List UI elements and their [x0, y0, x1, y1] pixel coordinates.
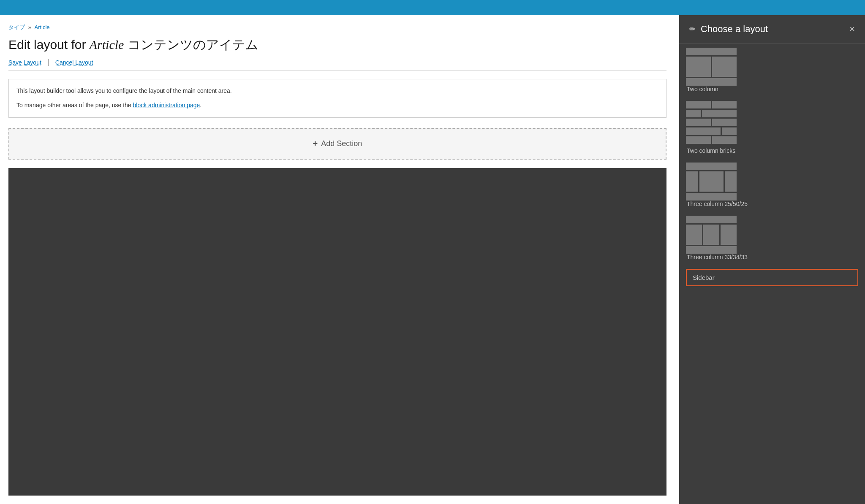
icon-col-right: [712, 57, 737, 77]
main-content-area: タイプ » Article Edit layout for Article コン…: [0, 15, 679, 504]
tc1-middle: [686, 171, 737, 192]
br4-c2: [722, 127, 737, 135]
cancel-layout-link[interactable]: Cancel Layout: [55, 59, 93, 66]
bricks-row-3: [686, 119, 737, 126]
info-text-2-prefix: To manage other areas of the page, use t…: [16, 102, 133, 108]
three-col-33-icon: [686, 216, 737, 254]
add-section-button[interactable]: + Add Section: [313, 139, 362, 149]
tc2-bottom: [686, 246, 737, 254]
icon-row-full-2: [686, 78, 737, 86]
layout-option-two-column-bricks[interactable]: Two column bricks: [686, 101, 858, 154]
bricks-row-5: [686, 136, 737, 144]
tc2-col1: [686, 225, 702, 245]
bricks-row-1: [686, 101, 737, 108]
layout-option-sidebar[interactable]: Sidebar: [686, 269, 858, 286]
add-section-area[interactable]: + Add Section: [8, 128, 666, 160]
icon-row-half: [686, 57, 737, 77]
two-column-label: Two column: [686, 86, 858, 92]
tc2-top: [686, 216, 737, 223]
br4-c1: [686, 127, 721, 135]
layout-option-two-column[interactable]: Two column: [686, 48, 858, 92]
info-text-1: This layout builder tool allows you to c…: [16, 86, 658, 96]
title-jp: コンテンツのアイテム: [124, 38, 258, 51]
two-column-icon: [686, 48, 737, 86]
icon-col-left: [686, 57, 711, 77]
br5-c2: [712, 136, 737, 144]
main-bottom-dark: [8, 168, 666, 496]
br5-c1: [686, 136, 711, 144]
title-prefix: Edit layout for: [8, 38, 90, 51]
breadcrumb: タイプ » Article: [8, 24, 666, 31]
panel-header-left: ✏ Choose a layout: [689, 24, 768, 35]
tc2-middle: [686, 225, 737, 245]
top-bar: [0, 0, 865, 15]
breadcrumb-article-link[interactable]: Article: [34, 24, 49, 30]
br2-c2: [702, 110, 737, 117]
info-text-2: To manage other areas of the page, use t…: [16, 100, 658, 111]
close-panel-button[interactable]: ×: [849, 24, 855, 34]
block-admin-link[interactable]: block administration page: [133, 102, 200, 108]
title-italic: Article: [90, 38, 124, 51]
panel-title: Choose a layout: [701, 24, 768, 35]
icon-row-full: [686, 48, 737, 55]
breadcrumb-type-link[interactable]: タイプ: [8, 24, 25, 30]
bricks-row-4: [686, 127, 737, 135]
pencil-icon: ✏: [689, 24, 696, 34]
tc1-col1: [686, 171, 698, 192]
br1-c1: [686, 101, 711, 108]
action-bar: Save Layout Cancel Layout: [8, 59, 666, 70]
tc1-col3: [725, 171, 737, 192]
plus-icon: +: [313, 139, 318, 149]
three-col-33-34-33-label: Three column 33/34/33: [686, 254, 858, 260]
breadcrumb-separator: »: [28, 24, 31, 30]
add-section-label: Add Section: [321, 139, 362, 148]
panel-header: ✏ Choose a layout ×: [679, 15, 865, 43]
tc2-col2: [703, 225, 719, 245]
three-col-25-50-25-label: Three column 25/50/25: [686, 201, 858, 207]
save-layout-link[interactable]: Save Layout: [8, 59, 49, 66]
info-text-2-suffix: .: [200, 102, 201, 108]
info-box: This layout builder tool allows you to c…: [8, 79, 666, 118]
two-column-bricks-icon: [686, 101, 737, 147]
panel-layout-list: Two column: [679, 43, 865, 504]
tc1-bottom: [686, 193, 737, 201]
tc1-col2: [699, 171, 724, 192]
layout-option-three-col-33-34-33[interactable]: Three column 33/34/33: [686, 216, 858, 260]
bricks-row-2: [686, 110, 737, 117]
br3-c2: [712, 119, 737, 126]
br3-c1: [686, 119, 711, 126]
sidebar-label: Sidebar: [693, 274, 851, 281]
br1-c2: [712, 101, 737, 108]
right-panel: ✏ Choose a layout × Two column: [679, 15, 865, 504]
layout-option-three-col-25-50-25[interactable]: Three column 25/50/25: [686, 163, 858, 207]
page-title: Edit layout for Article コンテンツのアイテム: [8, 37, 666, 52]
br2-c1: [686, 110, 701, 117]
three-col-2550-icon: [686, 163, 737, 201]
two-column-bricks-label: Two column bricks: [686, 147, 858, 154]
tc1-top: [686, 163, 737, 170]
tc2-col3: [721, 225, 737, 245]
